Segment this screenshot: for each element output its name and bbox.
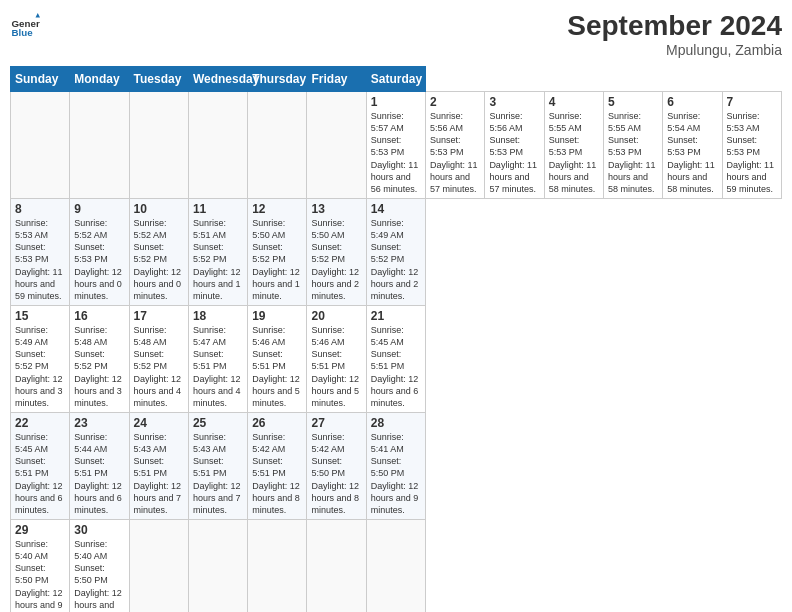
calendar-cell: 1 Sunrise: 5:57 AMSunset: 5:53 PMDayligh…: [366, 92, 425, 199]
svg-text:Blue: Blue: [12, 27, 34, 38]
day-header-thursday: Thursday: [248, 67, 307, 92]
calendar-cell: 8 Sunrise: 5:53 AMSunset: 5:53 PMDayligh…: [11, 198, 70, 305]
calendar-cell: [70, 92, 129, 199]
cell-info: Sunrise: 5:48 AMSunset: 5:52 PMDaylight:…: [74, 325, 122, 408]
calendar-cell: 16 Sunrise: 5:48 AMSunset: 5:52 PMDaylig…: [70, 305, 129, 412]
cell-info: Sunrise: 5:46 AMSunset: 5:51 PMDaylight:…: [252, 325, 300, 408]
cell-info: Sunrise: 5:47 AMSunset: 5:51 PMDaylight:…: [193, 325, 241, 408]
calendar-cell: 20 Sunrise: 5:46 AMSunset: 5:51 PMDaylig…: [307, 305, 366, 412]
day-number: 21: [371, 309, 421, 323]
calendar-cell: 18 Sunrise: 5:47 AMSunset: 5:51 PMDaylig…: [188, 305, 247, 412]
calendar-cell: 9 Sunrise: 5:52 AMSunset: 5:53 PMDayligh…: [70, 198, 129, 305]
cell-info: Sunrise: 5:46 AMSunset: 5:51 PMDaylight:…: [311, 325, 359, 408]
calendar-cell: [248, 519, 307, 612]
day-number: 29: [15, 523, 65, 537]
calendar-cell: 30 Sunrise: 5:40 AMSunset: 5:50 PMDaylig…: [70, 519, 129, 612]
calendar-week-1: 1 Sunrise: 5:57 AMSunset: 5:53 PMDayligh…: [11, 92, 782, 199]
day-number: 16: [74, 309, 124, 323]
day-header-wednesday: Wednesday: [188, 67, 247, 92]
cell-info: Sunrise: 5:40 AMSunset: 5:50 PMDaylight:…: [74, 539, 122, 612]
cell-info: Sunrise: 5:45 AMSunset: 5:51 PMDaylight:…: [15, 432, 63, 515]
title-block: September 2024 Mpulungu, Zambia: [567, 10, 782, 58]
day-number: 24: [134, 416, 184, 430]
calendar-cell: 21 Sunrise: 5:45 AMSunset: 5:51 PMDaylig…: [366, 305, 425, 412]
cell-info: Sunrise: 5:56 AMSunset: 5:53 PMDaylight:…: [489, 111, 537, 194]
calendar-week-2: 8 Sunrise: 5:53 AMSunset: 5:53 PMDayligh…: [11, 198, 782, 305]
cell-info: Sunrise: 5:45 AMSunset: 5:51 PMDaylight:…: [371, 325, 419, 408]
day-number: 30: [74, 523, 124, 537]
calendar-cell: 7 Sunrise: 5:53 AMSunset: 5:53 PMDayligh…: [722, 92, 781, 199]
cell-info: Sunrise: 5:50 AMSunset: 5:52 PMDaylight:…: [252, 218, 300, 301]
calendar-cell: 6 Sunrise: 5:54 AMSunset: 5:53 PMDayligh…: [663, 92, 722, 199]
day-header-tuesday: Tuesday: [129, 67, 188, 92]
cell-info: Sunrise: 5:51 AMSunset: 5:52 PMDaylight:…: [193, 218, 241, 301]
calendar-cell: 25 Sunrise: 5:43 AMSunset: 5:51 PMDaylig…: [188, 412, 247, 519]
calendar-cell: [307, 92, 366, 199]
cell-info: Sunrise: 5:44 AMSunset: 5:51 PMDaylight:…: [74, 432, 122, 515]
cell-info: Sunrise: 5:56 AMSunset: 5:53 PMDaylight:…: [430, 111, 478, 194]
cell-info: Sunrise: 5:53 AMSunset: 5:53 PMDaylight:…: [15, 218, 63, 301]
cell-info: Sunrise: 5:55 AMSunset: 5:53 PMDaylight:…: [608, 111, 656, 194]
day-number: 13: [311, 202, 361, 216]
day-number: 7: [727, 95, 777, 109]
day-number: 22: [15, 416, 65, 430]
calendar-week-5: 29 Sunrise: 5:40 AMSunset: 5:50 PMDaylig…: [11, 519, 782, 612]
cell-info: Sunrise: 5:52 AMSunset: 5:52 PMDaylight:…: [134, 218, 182, 301]
calendar-cell: [188, 92, 247, 199]
location: Mpulungu, Zambia: [567, 42, 782, 58]
cell-info: Sunrise: 5:43 AMSunset: 5:51 PMDaylight:…: [193, 432, 241, 515]
cell-info: Sunrise: 5:52 AMSunset: 5:53 PMDaylight:…: [74, 218, 122, 301]
day-number: 4: [549, 95, 599, 109]
day-number: 20: [311, 309, 361, 323]
day-number: 5: [608, 95, 658, 109]
calendar-cell: 17 Sunrise: 5:48 AMSunset: 5:52 PMDaylig…: [129, 305, 188, 412]
logo: General Blue: [10, 10, 40, 40]
day-number: 6: [667, 95, 717, 109]
cell-info: Sunrise: 5:49 AMSunset: 5:52 PMDaylight:…: [15, 325, 63, 408]
day-header-sunday: Sunday: [11, 67, 70, 92]
day-number: 23: [74, 416, 124, 430]
day-number: 2: [430, 95, 480, 109]
cell-info: Sunrise: 5:53 AMSunset: 5:53 PMDaylight:…: [727, 111, 775, 194]
calendar-cell: [11, 92, 70, 199]
day-header-friday: Friday: [307, 67, 366, 92]
calendar-cell: 29 Sunrise: 5:40 AMSunset: 5:50 PMDaylig…: [11, 519, 70, 612]
calendar-cell: [188, 519, 247, 612]
day-number: 25: [193, 416, 243, 430]
day-number: 18: [193, 309, 243, 323]
calendar-cell: 27 Sunrise: 5:42 AMSunset: 5:50 PMDaylig…: [307, 412, 366, 519]
calendar-cell: 13 Sunrise: 5:50 AMSunset: 5:52 PMDaylig…: [307, 198, 366, 305]
month-title: September 2024: [567, 10, 782, 42]
day-number: 9: [74, 202, 124, 216]
cell-info: Sunrise: 5:48 AMSunset: 5:52 PMDaylight:…: [134, 325, 182, 408]
calendar-cell: 19 Sunrise: 5:46 AMSunset: 5:51 PMDaylig…: [248, 305, 307, 412]
calendar-cell: 4 Sunrise: 5:55 AMSunset: 5:53 PMDayligh…: [544, 92, 603, 199]
cell-info: Sunrise: 5:42 AMSunset: 5:50 PMDaylight:…: [311, 432, 359, 515]
day-header-row: SundayMondayTuesdayWednesdayThursdayFrid…: [11, 67, 782, 92]
calendar-cell: 14 Sunrise: 5:49 AMSunset: 5:52 PMDaylig…: [366, 198, 425, 305]
calendar-cell: 26 Sunrise: 5:42 AMSunset: 5:51 PMDaylig…: [248, 412, 307, 519]
calendar-cell: 11 Sunrise: 5:51 AMSunset: 5:52 PMDaylig…: [188, 198, 247, 305]
page-header: General Blue September 2024 Mpulungu, Za…: [10, 10, 782, 58]
day-number: 8: [15, 202, 65, 216]
day-number: 28: [371, 416, 421, 430]
svg-marker-2: [36, 13, 41, 18]
calendar-cell: 24 Sunrise: 5:43 AMSunset: 5:51 PMDaylig…: [129, 412, 188, 519]
calendar-cell: 10 Sunrise: 5:52 AMSunset: 5:52 PMDaylig…: [129, 198, 188, 305]
calendar-cell: 22 Sunrise: 5:45 AMSunset: 5:51 PMDaylig…: [11, 412, 70, 519]
cell-info: Sunrise: 5:41 AMSunset: 5:50 PMDaylight:…: [371, 432, 419, 515]
cell-info: Sunrise: 5:57 AMSunset: 5:53 PMDaylight:…: [371, 111, 419, 194]
calendar-cell: 5 Sunrise: 5:55 AMSunset: 5:53 PMDayligh…: [603, 92, 662, 199]
calendar-table: SundayMondayTuesdayWednesdayThursdayFrid…: [10, 66, 782, 612]
day-number: 12: [252, 202, 302, 216]
day-number: 19: [252, 309, 302, 323]
cell-info: Sunrise: 5:42 AMSunset: 5:51 PMDaylight:…: [252, 432, 300, 515]
calendar-cell: [366, 519, 425, 612]
day-number: 27: [311, 416, 361, 430]
calendar-cell: 12 Sunrise: 5:50 AMSunset: 5:52 PMDaylig…: [248, 198, 307, 305]
calendar-cell: [129, 92, 188, 199]
day-number: 1: [371, 95, 421, 109]
day-number: 11: [193, 202, 243, 216]
cell-info: Sunrise: 5:54 AMSunset: 5:53 PMDaylight:…: [667, 111, 715, 194]
day-header-saturday: Saturday: [366, 67, 425, 92]
